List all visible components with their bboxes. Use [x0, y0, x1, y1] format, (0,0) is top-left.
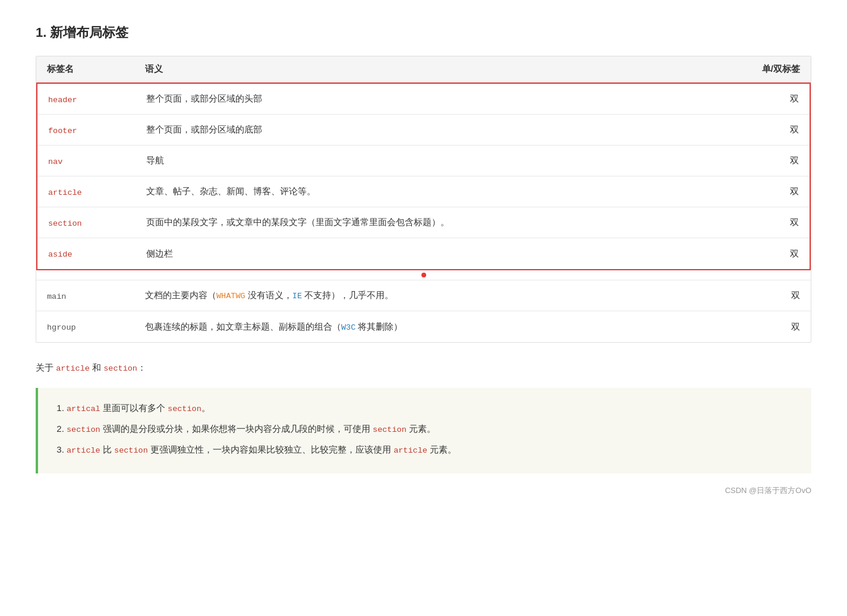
row-type: 双	[744, 86, 810, 112]
table-row: footer 整个页面，或部分区域的底部 双	[37, 115, 810, 146]
w3c-label: W3C	[341, 323, 355, 332]
row-desc: 页面中的某段文字，或文章中的某段文字（里面文字通常里面会包含标题）。	[136, 210, 744, 235]
list-item: section 强调的是分段或分块，如果你想将一块内容分成几段的时候，可使用 s…	[67, 421, 795, 438]
note-section-tag: section	[103, 364, 137, 373]
row-type: 双	[744, 241, 810, 267]
blockquote-list: artical 里面可以有多个 section。 section 强调的是分段或…	[36, 388, 811, 473]
row-type: 双	[745, 314, 811, 340]
row-desc: 侧边栏	[136, 241, 744, 267]
table-row: nav 导航 双	[37, 146, 810, 176]
footer-attribution: CSDN @日落于西方OvO	[36, 485, 811, 496]
row-desc: 导航	[136, 148, 744, 173]
dot-indicator	[36, 270, 811, 280]
tag-article: article	[48, 188, 82, 197]
list-item-code-2a: section	[67, 425, 100, 434]
row-type: 双	[745, 283, 811, 308]
numbered-list: artical 里面可以有多个 section。 section 强调的是分段或…	[55, 400, 795, 458]
table-row: main 文档的主要内容（WHATWG 没有语义，IE 不支持），几乎不用。 双	[36, 280, 811, 311]
tag-nav: nav	[48, 157, 62, 166]
page-title: 1. 新增布局标签	[36, 24, 811, 42]
row-desc: 文章、帖子、杂志、新闻、博客、评论等。	[136, 179, 744, 204]
row-desc: 整个页面，或部分区域的底部	[136, 117, 744, 143]
tag-footer: footer	[48, 127, 77, 135]
list-item: artical 里面可以有多个 section。	[67, 400, 795, 417]
list-item-code-1a: artical	[67, 405, 100, 413]
list-item-code-1b: section	[168, 405, 201, 413]
list-item-code-3b: section	[114, 446, 148, 455]
ie-label: IE	[292, 292, 302, 301]
tag-aside: aside	[48, 250, 73, 259]
table-row: aside 侧边栏 双	[37, 238, 810, 269]
list-item-code-3a: article	[67, 446, 100, 455]
row-desc: 文档的主要内容（WHATWG 没有语义，IE 不支持），几乎不用。	[134, 283, 745, 308]
col-header-tag: 标签名	[36, 64, 134, 75]
plain-rows-group: main 文档的主要内容（WHATWG 没有语义，IE 不支持），几乎不用。 双…	[36, 280, 811, 342]
col-header-meaning: 语义	[134, 64, 745, 75]
row-desc: 包裹连续的标题，如文章主标题、副标题的组合（W3C 将其删除）	[134, 314, 745, 340]
tag-section: section	[48, 219, 82, 228]
table-row: header 整个页面，或部分区域的头部 双	[37, 84, 810, 115]
row-type: 双	[744, 148, 810, 173]
table-header: 标签名 语义 单/双标签	[36, 56, 811, 83]
table-row: hgroup 包裹连续的标题，如文章主标题、副标题的组合（W3C 将其删除） 双	[36, 311, 811, 342]
tag-hgroup: hgroup	[47, 323, 76, 332]
tag-main: main	[47, 292, 66, 301]
col-header-type: 单/双标签	[745, 64, 811, 75]
table-row: section 页面中的某段文字，或文章中的某段文字（里面文字通常里面会包含标题…	[37, 207, 810, 238]
list-item-code-2b: section	[373, 425, 407, 434]
row-type: 双	[744, 117, 810, 143]
tag-header: header	[48, 96, 77, 105]
list-item: article 比 section 更强调独立性，一块内容如果比较独立、比较完整…	[67, 441, 795, 459]
row-desc: 整个页面，或部分区域的头部	[136, 86, 744, 112]
note-paragraph: 关于 article 和 section：	[36, 359, 811, 376]
row-type: 双	[744, 179, 810, 204]
list-item-code-3c: article	[393, 446, 427, 455]
whatwg-label: WHATWG	[216, 292, 245, 301]
table-row: article 文章、帖子、杂志、新闻、博客、评论等。 双	[37, 176, 810, 207]
highlighted-rows-group: header 整个页面，或部分区域的头部 双 footer 整个页面，或部分区域…	[36, 83, 811, 270]
note-article-tag: article	[56, 364, 90, 373]
red-dot-icon	[421, 273, 426, 277]
layout-table: 标签名 语义 单/双标签 header 整个页面，或部分区域的头部 双 foot…	[36, 56, 811, 343]
row-type: 双	[744, 210, 810, 235]
